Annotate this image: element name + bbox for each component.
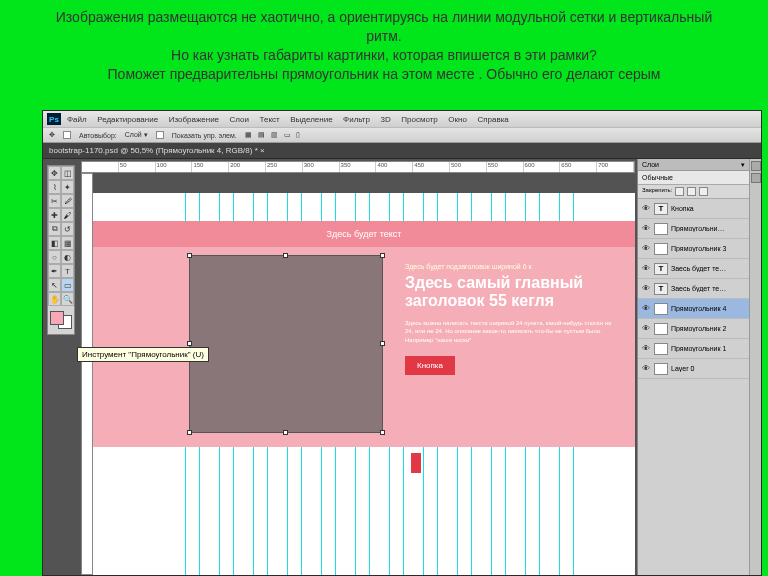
lock-position-icon[interactable] [687, 187, 696, 196]
caption-line-2: Но как узнать габариты картинки, которая… [40, 46, 728, 65]
layer-thumb: T [654, 263, 668, 275]
layer-name: Заесь будет те… [671, 285, 746, 292]
gradient-tool[interactable]: ▦ [61, 236, 74, 250]
hero-title: Здесь самый главныйзаголовок 55 кегля [405, 274, 615, 311]
visibility-icon[interactable]: 👁 [641, 364, 651, 374]
menu-help[interactable]: Справка [477, 115, 508, 124]
path-tool[interactable]: ↖ [48, 278, 61, 292]
menu-edit[interactable]: Редактирование [97, 115, 158, 124]
visibility-icon[interactable]: 👁 [641, 284, 651, 294]
handle-tr[interactable] [380, 253, 385, 258]
caption-line-1: Изображения размещаются не хаотично, а о… [40, 8, 728, 46]
layer-row[interactable]: 👁TЗаесь будет те… [638, 279, 749, 299]
layers-list: 👁TКнопка👁Прямоугольни…👁Прямоугольник 3👁T… [638, 199, 749, 379]
layer-name: Прямоугольник 1 [671, 345, 746, 352]
align-icons[interactable]: ▦ ▤ ▥ ▭ ▯ [245, 131, 303, 139]
layer-thumb [654, 303, 668, 315]
layer-name: Прямоугольни… [671, 225, 746, 232]
toolbox: ✥◫ ⌇✦ ✂🖉 ✚🖌 ⧉↺ ◧▦ ○◐ ✒T ↖▭ ✋🔍 [47, 165, 75, 335]
blur-tool[interactable]: ○ [48, 250, 61, 264]
dodge-tool[interactable]: ◐ [61, 250, 74, 264]
eraser-tool[interactable]: ◧ [48, 236, 61, 250]
move-tool[interactable]: ✥ [48, 166, 61, 180]
layer-name: Кнопка [671, 205, 746, 212]
hero-text-block: Здесь будет подзаголовок шириной 6 к Зде… [405, 263, 615, 375]
stamp-tool[interactable]: ⧉ [48, 222, 61, 236]
crop-tool[interactable]: ✂ [48, 194, 61, 208]
rectangle-tool[interactable]: ▭ [61, 278, 74, 292]
handle-bl[interactable] [187, 430, 192, 435]
layer-row[interactable]: 👁Прямоугольник 3 [638, 239, 749, 259]
placeholder-rectangle[interactable] [189, 255, 383, 433]
pen-tool[interactable]: ✒ [48, 264, 61, 278]
hero-button: Кнопка [405, 356, 455, 375]
red-accent-bar [411, 453, 421, 473]
fg-color-swatch[interactable] [50, 311, 64, 325]
menu-text[interactable]: Текст [260, 115, 280, 124]
visibility-icon[interactable]: 👁 [641, 264, 651, 274]
wand-tool[interactable]: ✦ [61, 180, 74, 194]
autoselect-checkbox[interactable] [63, 131, 71, 139]
handle-ml[interactable] [187, 341, 192, 346]
layer-row[interactable]: 👁Прямоугольник 4 [638, 299, 749, 319]
blend-mode-dropdown[interactable]: Обычные [638, 171, 749, 185]
mockup-header: Здесь будет текст [93, 221, 635, 247]
marquee-tool[interactable]: ◫ [61, 166, 74, 180]
layer-thumb: T [654, 203, 668, 215]
eyedropper-tool[interactable]: 🖉 [61, 194, 74, 208]
menu-layers[interactable]: Слои [230, 115, 249, 124]
menu-window[interactable]: Окно [448, 115, 467, 124]
tool-tooltip: Инструмент "Прямоугольник" (U) [77, 347, 209, 362]
visibility-icon[interactable]: 👁 [641, 344, 651, 354]
autoselect-label: Автовыбор: [79, 132, 117, 139]
visibility-icon[interactable]: 👁 [641, 304, 651, 314]
visibility-icon[interactable]: 👁 [641, 204, 651, 214]
menu-select[interactable]: Выделение [290, 115, 332, 124]
layer-thumb [654, 343, 668, 355]
ruler-horizontal: 5010015020025030035040045050055060065070… [81, 161, 635, 173]
color-swatches[interactable] [48, 309, 74, 331]
menu-image[interactable]: Изображение [169, 115, 219, 124]
show-controls-checkbox[interactable] [156, 131, 164, 139]
menu-filter[interactable]: Фильтр [343, 115, 370, 124]
handle-bc[interactable] [283, 430, 288, 435]
handle-mr[interactable] [380, 341, 385, 346]
layer-name: Прямоугольник 4 [671, 305, 746, 312]
type-tool[interactable]: T [61, 264, 74, 278]
lock-pixels-icon[interactable] [675, 187, 684, 196]
document-tab[interactable]: bootstrap-1170.psd @ 50,5% (Прямоугольни… [43, 143, 761, 159]
autoselect-dropdown[interactable]: Слой ▾ [125, 131, 148, 139]
visibility-icon[interactable]: 👁 [641, 224, 651, 234]
lock-row: Закрепить: [638, 185, 749, 199]
layer-name: Прямоугольник 3 [671, 245, 746, 252]
layer-row[interactable]: 👁TКнопка [638, 199, 749, 219]
panel-collapse-icon[interactable] [751, 161, 761, 171]
layers-panel-tab[interactable]: Слои▾ [638, 159, 749, 171]
slide-caption: Изображения размещаются не хаотично, а о… [0, 0, 768, 90]
handle-tl[interactable] [187, 253, 192, 258]
zoom-tool[interactable]: 🔍 [61, 292, 74, 306]
heal-tool[interactable]: ✚ [48, 208, 61, 222]
layer-row[interactable]: 👁Прямоугольник 2 [638, 319, 749, 339]
lock-all-icon[interactable] [699, 187, 708, 196]
layer-row[interactable]: 👁Прямоугольни… [638, 219, 749, 239]
layer-row[interactable]: 👁Layer 0 [638, 359, 749, 379]
visibility-icon[interactable]: 👁 [641, 324, 651, 334]
menu-view[interactable]: Просмотр [401, 115, 438, 124]
menu-3d[interactable]: 3D [381, 115, 391, 124]
main-menu: Файл Редактирование Изображение Слои Тек… [67, 114, 517, 124]
handle-br[interactable] [380, 430, 385, 435]
layer-row[interactable]: 👁Прямоугольник 1 [638, 339, 749, 359]
visibility-icon[interactable]: 👁 [641, 244, 651, 254]
handle-tc[interactable] [283, 253, 288, 258]
brush-tool[interactable]: 🖌 [61, 208, 74, 222]
history-tool[interactable]: ↺ [61, 222, 74, 236]
lasso-tool[interactable]: ⌇ [48, 180, 61, 194]
layer-row[interactable]: 👁TЗаесь будет те… [638, 259, 749, 279]
canvas-area[interactable]: Здесь будет текст Здесь будет подзаголов… [93, 173, 635, 575]
hand-tool[interactable]: ✋ [48, 292, 61, 306]
menu-file[interactable]: Файл [67, 115, 87, 124]
layer-thumb [654, 243, 668, 255]
panel-menu-icon[interactable]: ▾ [741, 161, 745, 169]
panel-collapse-icon[interactable] [751, 173, 761, 183]
